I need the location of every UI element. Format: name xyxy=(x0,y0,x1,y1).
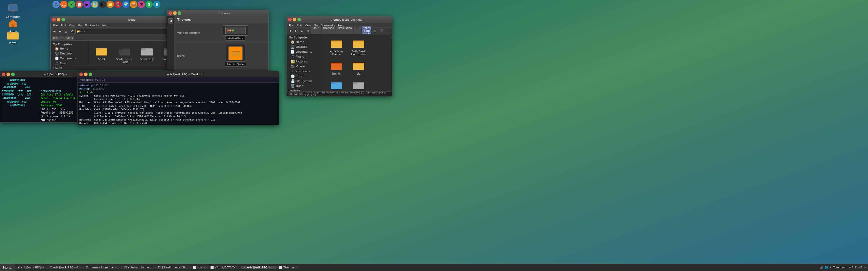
app-icon-anchor[interactable]: ⚓ xyxy=(53,1,60,8)
taskbar-item-4[interactable]: ☐ {Sardi-master.2i... xyxy=(156,266,190,269)
ti-sidebar-recent[interactable]: 🕐Recent xyxy=(286,74,324,79)
screenfetch-close-btn[interactable] xyxy=(2,72,5,76)
themes-icons-view-compact[interactable]: ⊟ xyxy=(385,28,391,33)
screenfetch-min-btn[interactable] xyxy=(6,72,10,76)
app-icon-clipboard[interactable]: 📋 xyxy=(76,1,83,8)
themes-back-btn[interactable]: ◀ xyxy=(168,18,173,24)
app-icon-check[interactable]: ✓ xyxy=(68,1,75,8)
icons-menu-edit[interactable]: Edit xyxy=(59,23,67,27)
icons-nav-back[interactable]: ◀ xyxy=(52,29,57,34)
ti-sidebar-downloads[interactable]: ⬇️Downloads xyxy=(286,69,324,74)
ti-sidebar-documents[interactable]: 📄Documents xyxy=(286,49,324,54)
themes-icons-max[interactable] xyxy=(297,18,301,22)
themes-close-btn[interactable] xyxy=(168,11,172,15)
file-icon-sardi-grey[interactable]: Sardi Grey xyxy=(137,44,157,65)
rt-line-8: X.Org: 1.15.1 drivers: nouveau (unloaded… xyxy=(79,111,277,114)
taskbar-item-3[interactable]: ☐ {Vertex-theme-... xyxy=(122,266,156,269)
app-icon-play[interactable]: ▶️ xyxy=(84,1,91,8)
tray-icon-speaker[interactable]: 🔊 xyxy=(820,266,824,269)
right-terminal-max[interactable] xyxy=(89,72,92,76)
taskbar-item-8[interactable]: ⬜ Themes xyxy=(276,266,298,269)
themes-icons-reload[interactable]: ↺ xyxy=(305,29,311,33)
icons-nav-up[interactable]: ▲ xyxy=(63,29,69,34)
themes-icons-close[interactable] xyxy=(288,18,292,22)
app-icon-folder[interactable]: 📁 xyxy=(107,1,114,8)
taskbar-item-label-6: ⬜ {/mnt/DATA/Dr... xyxy=(210,266,238,269)
themes-icons-menu-edit[interactable]: Edit xyxy=(295,23,303,27)
ti-file-numix[interactable]: Numix xyxy=(326,58,347,76)
app-icon-archive[interactable]: 🗜️ xyxy=(115,1,122,8)
svg-rect-14 xyxy=(119,48,123,50)
icons-path-segment: erik › Icons xyxy=(52,36,74,40)
taskbar-item-1[interactable]: ☐ erik@erik-PSQ:~/... xyxy=(47,266,84,269)
app-icon-firefox[interactable]: 🦊 xyxy=(60,1,67,8)
icons-nav-reload[interactable]: ↺ xyxy=(69,29,75,34)
icons-path-erik[interactable]: erik xyxy=(52,36,60,40)
themes-icons-min[interactable] xyxy=(293,18,296,22)
ti-sidebar-videos[interactable]: 🎬Videos xyxy=(286,64,324,69)
tray-icon-network[interactable]: 🌐 xyxy=(825,266,828,269)
themes-icons-back[interactable]: ◀ xyxy=(287,29,293,33)
app-icon-terminal[interactable]: $_ xyxy=(99,1,106,8)
icons-menu-view[interactable]: View xyxy=(67,23,77,27)
taskbar-item-7[interactable]: ✓ erik@erik-PSQ:~... xyxy=(241,266,276,269)
app-icon-s2[interactable]: S xyxy=(153,1,160,8)
tray-icon-power[interactable]: ⚡ xyxy=(829,266,831,269)
icons-menu-go[interactable]: Go xyxy=(76,23,84,27)
themes-icons-up[interactable]: ▲ xyxy=(299,29,305,33)
right-terminal-min[interactable] xyxy=(84,72,88,76)
icons-nav-forward[interactable]: ▶ xyxy=(57,29,63,34)
status-icon-btn[interactable]: ⊞ xyxy=(288,92,293,96)
right-terminal-content[interactable]: ~/Desktop [11:32:06] Desktop [11:53:00] … xyxy=(78,82,279,125)
icons-menu-help[interactable]: Help xyxy=(101,23,110,27)
status-details-btn[interactable]: ≡ xyxy=(299,92,303,96)
ti-file-old[interactable]: old xyxy=(348,58,369,76)
app-icon-s[interactable]: S xyxy=(146,1,153,8)
icons-menu-file[interactable]: File xyxy=(52,23,59,27)
ti-sidebar-music[interactable]: 🎵Music xyxy=(286,54,324,59)
themes-icons-view-list[interactable]: ☰ xyxy=(378,28,384,33)
ti-file-ultra-flat[interactable]: Ultra Flat Remix xyxy=(326,78,347,91)
app-icon-mail[interactable]: ✉️ xyxy=(138,1,145,8)
taskbar-item-5[interactable]: ⬜ icons xyxy=(190,266,208,269)
ti-file-ardis-sardi[interactable]: Ardis-Sardi Icon Theme xyxy=(348,36,369,57)
icons-theme-preview[interactable]: Numix-Circle xyxy=(205,45,266,67)
status-list-btn[interactable]: ☰ xyxy=(294,92,298,96)
sidebar-item-documents[interactable]: 📄 Documents xyxy=(51,56,88,61)
icons-min-btn[interactable] xyxy=(57,18,60,22)
themes-icons-menu-file[interactable]: File xyxy=(287,23,295,27)
icons-path-icons[interactable]: Icons xyxy=(64,36,74,40)
taskbar-item-2[interactable]: ☐ themes-icons-pack... xyxy=(84,266,122,269)
sidebar-item-desktop[interactable]: 🖥️ Desktop xyxy=(51,51,88,56)
app-icon-world[interactable]: 🌍 xyxy=(122,1,129,8)
file-icon-sardi[interactable]: Sardi xyxy=(91,44,112,65)
screenfetch-max-btn[interactable] xyxy=(11,72,15,76)
file-icon-sardi-faenza-black[interactable]: Sardi Faenza Black xyxy=(114,44,134,65)
sidebar-item-home[interactable]: 🏠 Home xyxy=(51,46,88,51)
themes-icons-view-icons[interactable]: ⊞ xyxy=(372,28,378,33)
window-borders-preview[interactable]: Vertex-Dark xyxy=(205,25,266,40)
icons-address-bar[interactable]: 📁 erik xyxy=(75,29,178,34)
taskbar-item-0[interactable]: ▼ erik@erik-PSQ:~ xyxy=(15,266,47,269)
themes-min-btn[interactable] xyxy=(173,11,177,15)
themes-max-btn[interactable] xyxy=(178,11,181,15)
ti-sidebar-filesystem[interactable]: 💾File System xyxy=(286,79,324,83)
themes-icons-forward[interactable]: ▶ xyxy=(293,29,299,33)
icons-menu-bookmarks[interactable]: Bookmarks xyxy=(84,23,101,27)
ti-sidebar-trash[interactable]: 🗑️Trash xyxy=(286,83,324,89)
app-icon-image[interactable]: 🖼️ xyxy=(91,1,98,8)
ti-file-ardis[interactable]: Ardis Icon Theme xyxy=(326,36,347,57)
ti-sidebar-pictures[interactable]: 🖼️Pictures xyxy=(286,59,324,64)
window-borders-preview-box xyxy=(223,25,248,36)
ti-sidebar-desktop[interactable]: 🖥️Desktop xyxy=(286,44,324,49)
app-icon-package[interactable]: 📦 xyxy=(130,1,137,8)
right-terminal-close[interactable] xyxy=(79,72,83,76)
ti-sidebar-home[interactable]: 🏠Home xyxy=(286,39,324,44)
desktop-icon-data[interactable]: DATA xyxy=(3,28,23,46)
taskbar-item-6[interactable]: ⬜ {/mnt/DATA/Dr... xyxy=(208,266,241,269)
ti-file-git[interactable]: .git xyxy=(348,78,369,91)
icons-max-btn[interactable] xyxy=(61,18,65,22)
taskbar-menu-btn[interactable]: Menu xyxy=(0,264,15,271)
sidebar-item-music[interactable]: 🎵 Music xyxy=(51,61,88,65)
icons-close-btn[interactable] xyxy=(52,18,56,22)
